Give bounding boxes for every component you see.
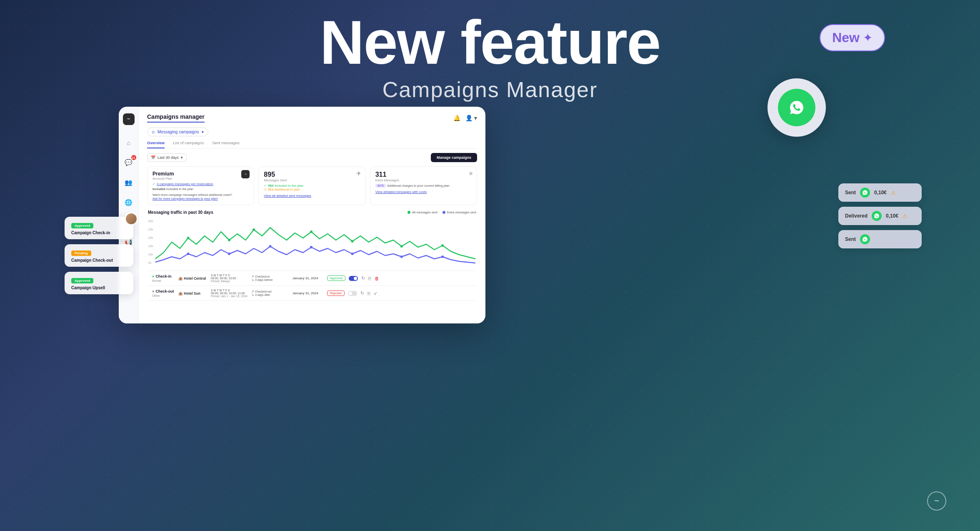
sidebar-item-chat[interactable]: 💬 21: [123, 157, 135, 168]
row1-hotel: 🏨 Hotel Central: [178, 276, 208, 281]
chart-section: Messaging traffic in past 30 days All me…: [147, 210, 477, 269]
row2-toggle[interactable]: [348, 291, 357, 296]
row1-date: January 31, 2024: [292, 276, 324, 280]
legend-dot-green: [408, 211, 410, 214]
svg-point-19: [400, 255, 403, 258]
row2-hotel: 🏨 Hotel Sun: [178, 291, 208, 296]
float-card-name-upsell: Campaign Upsell: [71, 286, 127, 290]
svg-text:25k: 25k: [148, 228, 153, 231]
manage-campaigns-button[interactable]: Manage campaigns: [431, 153, 477, 162]
messaging-dropdown-label: Messaging campaigns: [158, 130, 199, 134]
plan-logo-icon: ~: [241, 170, 250, 178]
row2-action-corner[interactable]: ↙: [374, 291, 378, 296]
plan-promo: Want more campaign messages without addi…: [152, 193, 249, 200]
check-circle-icon: ✓: [264, 184, 267, 188]
messages-detail-link[interactable]: View all detailed sent messages: [264, 194, 360, 198]
new-badge-star-icon: ✦: [863, 31, 872, 45]
svg-point-14: [187, 253, 190, 255]
tab-sent-messages[interactable]: Sent messages: [212, 140, 239, 148]
svg-point-12: [400, 245, 403, 248]
float-card-checkin: Approved Campaign Check-in: [65, 217, 133, 239]
tab-list-of-campaigns[interactable]: List of campaigns: [173, 140, 204, 148]
whatsapp-circle: [768, 78, 826, 137]
row1-time: 08:00; 09:00; 10:00: [211, 277, 248, 280]
table-row: ● Check-out Other 🏨 Hotel Sun S M T W T …: [147, 286, 477, 301]
row1-action-delete[interactable]: 🗑: [375, 276, 379, 281]
svg-text:~: ~: [934, 496, 939, 505]
messages-label: Messages Sent: [264, 178, 360, 182]
row1-toggle[interactable]: [349, 276, 358, 281]
app-logo: ~: [123, 113, 135, 125]
notif-label-sent-2: Sent: [845, 236, 856, 242]
legend-label-extra: Extra messages sent: [447, 210, 476, 214]
bell-icon[interactable]: 🔔: [453, 115, 460, 121]
tabs-row: Overview List of campaigns Sent messages: [147, 140, 477, 149]
svg-point-13: [441, 244, 444, 247]
notif-card-delivered: Delivered 0,10€ ⚠: [838, 207, 922, 225]
main-content-area: Campaigns manager 🔔 👤 ▾ ⊙ Messaging camp…: [139, 107, 485, 323]
float-cards-left: Approved Campaign Check-in Pending Campa…: [65, 217, 133, 294]
chart-header: Messaging traffic in past 30 days All me…: [148, 210, 476, 215]
row2-status-badge: Rejected: [327, 291, 345, 296]
svg-point-11: [351, 240, 354, 243]
plan-label: Account Plan: [152, 177, 249, 180]
chevron-down-icon: ▾: [202, 130, 204, 134]
svg-text:20k: 20k: [148, 236, 153, 240]
plan-stat-card: ~ Premium Account Plan ✓ 4 campaign mess…: [147, 166, 254, 205]
user-icon[interactable]: 👤 ▾: [465, 115, 477, 121]
messages-count: 895: [264, 171, 360, 178]
svg-text:10k: 10k: [148, 253, 153, 256]
chart-title: Messaging traffic in past 30 days: [148, 210, 213, 215]
svg-point-7: [187, 237, 190, 239]
row2-action-refresh[interactable]: ↻: [360, 291, 364, 296]
sidebar-item-globe[interactable]: 🌐: [123, 197, 135, 208]
chart-legend: All messages sent Extra messages sent: [408, 210, 476, 214]
messages-stat-card: ✈ 895 Messages Sent ✓ 584 Included in th…: [258, 166, 365, 205]
table-row: ● Check-in Arrival 🏨 Hotel Central S M T…: [147, 271, 477, 286]
warning-icon-1: ⚠: [891, 190, 896, 196]
traffic-chart: 30k 25k 20k 15k 10k 5k: [148, 217, 476, 267]
notif-card-sent-2: Sent: [838, 230, 922, 248]
extra-label: Extra Messages: [375, 178, 472, 182]
charge-description: Additional charges to your current billi…: [387, 184, 450, 188]
messages-included: ✓ 584 Included in the plan: [264, 184, 360, 188]
new-badge-text: New: [832, 30, 860, 45]
row2-action-copy[interactable]: ⎘: [368, 291, 370, 296]
messaging-campaigns-dropdown[interactable]: ⊙ Messaging campaigns ▾: [147, 128, 208, 136]
row2-event: ↱ Checked-out: [252, 290, 289, 293]
plan-promo-link[interactable]: Ask for more campaign messages to your p…: [152, 197, 249, 200]
legend-label-all: All messages sent: [412, 210, 438, 214]
row1-event: ↱ Checked-in: [252, 275, 289, 278]
plan-green-text: ✓ 4 campaign messages per reservation: [152, 182, 249, 186]
svg-text:30k: 30k: [148, 219, 153, 223]
extra-detail-link[interactable]: View detailed messages with costs: [375, 190, 472, 194]
svg-point-20: [441, 255, 444, 258]
svg-point-9: [252, 228, 255, 231]
svg-text:15k: 15k: [148, 244, 153, 248]
notif-wa-icon-3: [860, 234, 870, 244]
sidebar-item-home[interactable]: ⌂: [123, 137, 135, 148]
extra-charge-row: 897€ Additional charges to your current …: [375, 184, 472, 188]
row1-action-refresh[interactable]: ↻: [361, 276, 365, 281]
date-filter-dropdown[interactable]: 📅 Last 30 days ▾: [147, 153, 187, 162]
float-card-name-checkout: Campaign Check-out: [71, 258, 127, 263]
plan-title: Premium: [152, 171, 249, 177]
notif-price-2: 0,10€: [886, 213, 898, 219]
sidebar-item-users[interactable]: 👥: [123, 177, 135, 188]
row2-schedule: S M T W T F S: [211, 289, 248, 292]
row1-days: ↳ 3 days before: [252, 278, 289, 282]
float-badge-pending: Pending: [71, 250, 91, 256]
notif-price-1: 0,10€: [874, 190, 887, 195]
legend-item-extra: Extra messages sent: [442, 210, 476, 214]
avatar: [125, 213, 138, 225]
row1-name: Check-in: [155, 274, 171, 278]
row1-action-copy[interactable]: ⎘: [368, 276, 371, 281]
date-manage-row: 📅 Last 30 days ▾ Manage campaigns: [147, 153, 477, 162]
hero-subtitle: Campaigns Manager: [0, 77, 980, 102]
charge-amount-badge: 897€: [375, 184, 386, 188]
svg-point-16: [269, 245, 272, 248]
warning-icon: ⚠: [264, 188, 267, 191]
tab-overview[interactable]: Overview: [147, 140, 165, 148]
dashboard-card: ~ ⌂ 💬 21 👥 🌐 📋 📢 Campaigns manager 🔔 👤 ▾…: [119, 107, 485, 323]
whatsapp-icon: [778, 89, 815, 126]
